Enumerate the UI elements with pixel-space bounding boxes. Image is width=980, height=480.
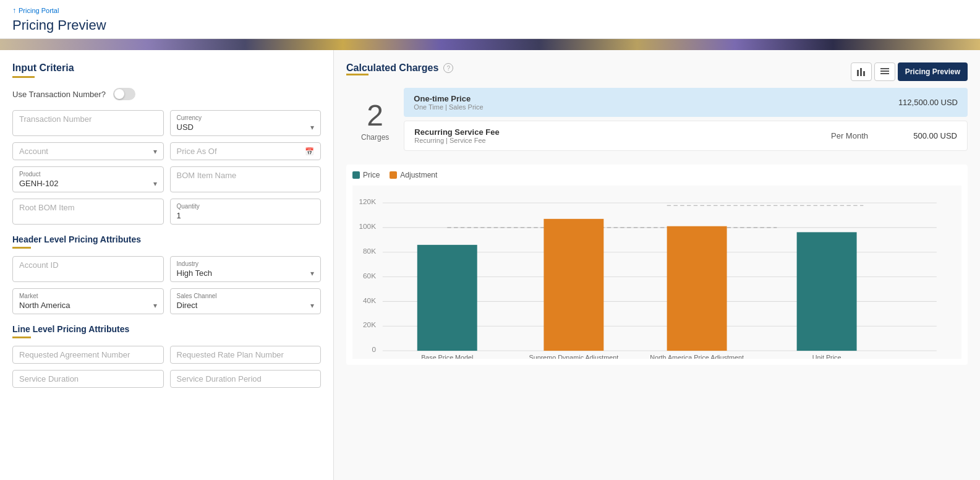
currency-field[interactable]: Currency USD ▾	[170, 110, 322, 136]
market-saleschannel-row: Market North America ▾ Sales Channel Dir…	[12, 288, 321, 314]
root-bom-item-field[interactable]: Root BOM Item	[12, 199, 164, 225]
sales-channel-value: Direct	[177, 301, 198, 310]
calc-title-underline	[346, 74, 369, 75]
account-dropdown-arrow-icon: ▾	[153, 147, 157, 156]
sales-channel-dropdown-arrow-icon: ▾	[310, 301, 314, 310]
currency-label: Currency	[177, 114, 315, 121]
account-id-placeholder: Account ID	[19, 260, 157, 270]
svg-rect-1	[860, 68, 862, 76]
page-title: Pricing Preview	[12, 17, 968, 33]
legend-price-label: Price	[363, 171, 380, 179]
quantity-label: Quantity	[177, 203, 315, 210]
industry-label: Industry	[177, 260, 315, 267]
decorative-banner	[0, 39, 980, 50]
charge-name-onetime: One-time Price	[414, 94, 854, 103]
industry-field[interactable]: Industry High Tech ▾	[170, 256, 322, 282]
product-bom-row: Product GENH-102 ▾ BOM Item Name	[12, 166, 321, 192]
page-wrapper: ↑ Pricing Portal Pricing Preview Input C…	[0, 0, 980, 480]
bar-north-america-adjustment	[667, 226, 727, 351]
input-criteria-underline	[12, 76, 35, 78]
svg-rect-0	[857, 70, 859, 76]
charge-amount-onetime: 112,500.00 USD	[884, 98, 958, 107]
transaction-number-placeholder: Transaction Number	[19, 114, 157, 124]
charges-count-block: 2 Charges	[346, 88, 404, 155]
header-pricing-underline	[12, 247, 31, 249]
charges-summary: 2 Charges One-time Price One Time | Sale…	[346, 88, 968, 155]
charge-sub-onetime: One Time | Sales Price	[414, 103, 854, 111]
right-panel: Calculated Charges ?	[334, 50, 980, 480]
table-icon	[880, 67, 890, 76]
product-field[interactable]: Product GENH-102 ▾	[12, 166, 164, 192]
breadcrumb[interactable]: ↑ Pricing Portal	[12, 6, 968, 15]
root-bom-quantity-row: Root BOM Item Quantity 1	[12, 199, 321, 225]
market-field[interactable]: Market North America ▾	[12, 288, 164, 314]
legend-price: Price	[352, 171, 380, 179]
charge-item-recurring: Recurring Service Fee Recurring | Servic…	[404, 121, 968, 151]
currency-dropdown-arrow-icon: ▾	[310, 123, 314, 132]
breadcrumb-label: Pricing Portal	[19, 7, 59, 14]
bar-chart-svg: 0 20K 40K 60K 80K 100K 120K 140K	[352, 186, 961, 359]
currency-dropdown-row: USD ▾	[177, 122, 315, 132]
svg-rect-2	[863, 71, 865, 76]
product-value: GENH-102	[19, 179, 59, 188]
service-duration-field[interactable]: Service Duration	[12, 370, 164, 388]
left-panel: Input Criteria Use Transaction Number? T…	[0, 50, 334, 480]
svg-text:100K: 100K	[359, 222, 376, 231]
transaction-number-field[interactable]: Transaction Number	[12, 110, 164, 136]
page-header: ↑ Pricing Portal Pricing Preview	[0, 0, 980, 39]
bar-chart-view-button[interactable]	[851, 62, 872, 81]
service-duration-period-field[interactable]: Service Duration Period	[170, 370, 322, 388]
market-dropdown-arrow-icon: ▾	[153, 301, 157, 310]
legend-adjustment-label: Adjustment	[400, 171, 437, 179]
table-view-button[interactable]	[874, 62, 895, 81]
requested-rate-plan-field[interactable]: Requested Rate Plan Number	[170, 346, 322, 364]
service-duration-period-placeholder: Service Duration Period	[177, 374, 315, 384]
legend-adjustment-dot	[390, 171, 397, 179]
view-buttons: Pricing Preview	[851, 62, 968, 81]
requested-agreement-field[interactable]: Requested Agreement Number	[12, 346, 164, 364]
charge-period-recurring: Per Month	[831, 131, 868, 140]
market-value: North America	[19, 301, 70, 310]
svg-rect-3	[880, 68, 889, 69]
header-pricing-title: Header Level Pricing Attributes	[12, 234, 321, 244]
chart-legend: Price Adjustment	[352, 171, 961, 179]
quantity-value: 1	[177, 211, 315, 220]
account-priceasof-row: Account ▾ Price As Of 📅	[12, 142, 321, 160]
currency-value: USD	[177, 122, 194, 132]
use-transaction-number-toggle[interactable]	[113, 88, 135, 100]
charge-info-recurring: Recurring Service Fee Recurring | Servic…	[414, 127, 816, 144]
svg-text:Unit Price: Unit Price	[812, 354, 842, 359]
industry-dropdown-arrow-icon: ▾	[310, 269, 314, 278]
toggle-row: Use Transaction Number?	[12, 88, 321, 100]
account-placeholder: Account	[19, 147, 48, 156]
toggle-label: Use Transaction Number?	[12, 90, 106, 99]
account-field[interactable]: Account ▾	[12, 142, 164, 160]
chart-container: Price Adjustment 0 20K 40K 60K 80K	[346, 165, 968, 365]
input-criteria-title: Input Criteria	[12, 62, 321, 74]
info-icon[interactable]: ?	[443, 63, 453, 73]
requested-rate-plan-placeholder: Requested Rate Plan Number	[177, 350, 315, 359]
charge-sub-recurring: Recurring | Service Fee	[414, 137, 816, 144]
sales-channel-field[interactable]: Sales Channel Direct ▾	[170, 288, 322, 314]
account-id-field[interactable]: Account ID	[12, 256, 164, 282]
bar-base-price-model	[417, 245, 477, 351]
bar-chart-icon	[856, 67, 866, 76]
legend-adjustment: Adjustment	[390, 171, 437, 179]
bar-unit-price	[797, 232, 857, 351]
agreement-rateplan-row: Requested Agreement Number Requested Rat…	[12, 346, 321, 364]
line-pricing-underline	[12, 336, 31, 338]
right-header: Calculated Charges ?	[346, 62, 968, 85]
market-label: Market	[19, 293, 157, 299]
price-as-of-placeholder: Price As Of	[177, 147, 217, 156]
bom-item-name-placeholder: BOM Item Name	[177, 171, 315, 180]
product-dropdown-arrow-icon: ▾	[153, 179, 157, 188]
pricing-preview-button[interactable]: Pricing Preview	[898, 62, 968, 81]
service-duration-placeholder: Service Duration	[19, 374, 157, 384]
quantity-field[interactable]: Quantity 1	[170, 199, 322, 225]
bom-item-name-field[interactable]: BOM Item Name	[170, 166, 322, 192]
calc-charges-title-group: Calculated Charges ?	[346, 62, 453, 85]
industry-dropdown-row: High Tech ▾	[177, 268, 315, 278]
price-as-of-field[interactable]: Price As Of 📅	[170, 142, 322, 160]
svg-text:60K: 60K	[363, 272, 376, 280]
accountid-industry-row: Account ID Industry High Tech ▾	[12, 256, 321, 282]
